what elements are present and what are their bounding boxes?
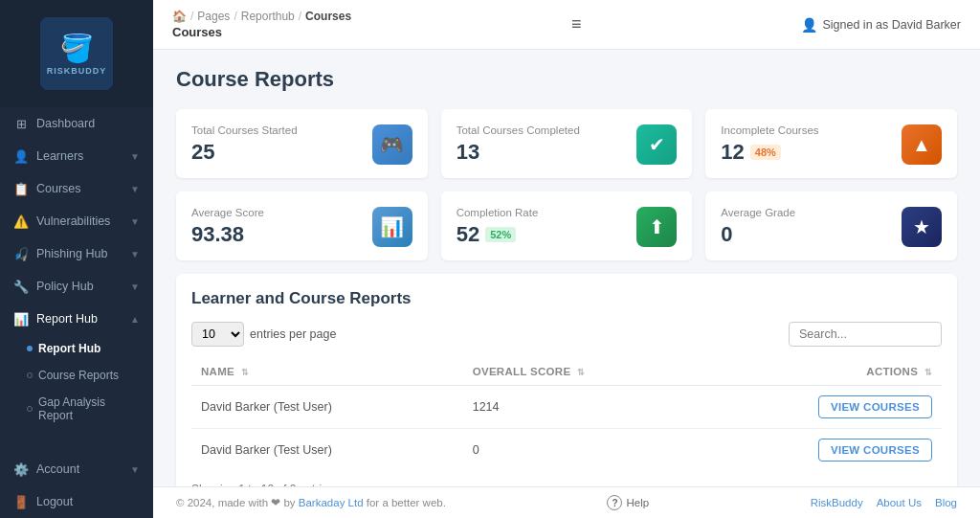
sidebar-item-vulnerabilities[interactable]: ⚠️ Vulnerabilities ▼ bbox=[0, 205, 153, 237]
sidebar-item-policy[interactable]: 🔧 Policy Hub ▼ bbox=[0, 270, 153, 303]
breadcrumb-reporthub[interactable]: Reporthub bbox=[241, 10, 295, 23]
stat-card-total-completed: Total Courses Completed 13 ✔ bbox=[441, 109, 693, 178]
sidebar-label-reporthub: Report Hub bbox=[36, 312, 122, 326]
col-header-actions: ACTIONS ⇅ bbox=[701, 358, 942, 386]
logout-icon: 🚪 bbox=[13, 494, 29, 509]
stat-card-completion-rate: Completion Rate 52 52% ⬆ bbox=[441, 191, 693, 260]
sub-label-gap-analysis: Gap Analysis Report bbox=[38, 395, 140, 422]
logo-text: RISKBUDDY bbox=[47, 66, 107, 76]
cell-actions: VIEW COURSES bbox=[701, 386, 942, 429]
account-icon: ⚙️ bbox=[13, 462, 29, 477]
chevron-down-icon: ▼ bbox=[130, 216, 140, 227]
stat-icon-avg-grade: ★ bbox=[902, 207, 942, 247]
stat-value-avg-grade: 0 bbox=[721, 222, 795, 247]
stat-icon-avg-score: 📊 bbox=[372, 207, 412, 247]
stat-label-incomplete: Incomplete Courses bbox=[721, 124, 818, 136]
courses-icon: 📋 bbox=[13, 181, 29, 196]
sidebar-label-vulnerabilities: Vulnerabilities bbox=[36, 214, 122, 228]
search-input[interactable] bbox=[789, 322, 942, 347]
sidebar-item-phishing[interactable]: 🎣 Phishing Hub ▼ bbox=[0, 237, 153, 270]
content-area: Course Reports Total Courses Started 25 … bbox=[153, 50, 980, 486]
footer: © 2024, made with ❤ by Barkaday Ltd for … bbox=[153, 486, 980, 518]
footer-link-riskbuddy[interactable]: RiskBuddy bbox=[811, 497, 863, 508]
sort-icon[interactable]: ⇅ bbox=[241, 368, 249, 377]
breadcrumb: 🏠 / Pages / Reporthub / Courses bbox=[172, 10, 351, 23]
help-button[interactable]: ? Help bbox=[607, 495, 649, 510]
help-label: Help bbox=[626, 497, 649, 508]
chevron-down-icon: ▼ bbox=[130, 184, 140, 194]
footer-links: RiskBuddy About Us Blog bbox=[811, 497, 957, 508]
stat-badge-completion: 52% bbox=[485, 227, 516, 242]
user-icon: 👤 bbox=[801, 17, 817, 33]
view-courses-button[interactable]: VIEW COURSES bbox=[818, 439, 932, 462]
sidebar-item-learners[interactable]: 👤 Learners ▼ bbox=[0, 140, 153, 172]
footer-link-about[interactable]: About Us bbox=[877, 497, 922, 508]
chevron-down-icon: ▼ bbox=[130, 282, 140, 292]
breadcrumb-pages[interactable]: Pages bbox=[197, 10, 230, 23]
user-label: Signed in as David Barker bbox=[822, 18, 961, 32]
help-icon: ? bbox=[607, 495, 622, 510]
stat-value-incomplete: 12 48% bbox=[721, 140, 818, 165]
stat-label-completion-rate: Completion Rate bbox=[457, 207, 539, 218]
learner-courses-table: NAME ⇅ OVERALL SCORE ⇅ ACTIONS ⇅ bbox=[191, 358, 942, 471]
sidebar-subitem-report-hub[interactable]: Report Hub bbox=[0, 335, 153, 362]
sidebar-item-dashboard[interactable]: ⊞ Dashboard bbox=[0, 107, 153, 140]
logo-icon: 🪣 bbox=[60, 33, 94, 64]
home-icon: 🏠 bbox=[172, 10, 187, 23]
stat-badge-incomplete: 48% bbox=[750, 145, 781, 160]
phishing-icon: 🎣 bbox=[13, 246, 29, 261]
topbar: 🏠 / Pages / Reporthub / Courses Courses … bbox=[153, 0, 980, 50]
footer-company-link[interactable]: Barkaday Ltd bbox=[299, 497, 364, 508]
stat-label-started: Total Courses Started bbox=[191, 124, 298, 136]
sidebar: 🪣 RISKBUDDY ⊞ Dashboard 👤 Learners ▼ 📋 C… bbox=[0, 0, 153, 518]
cell-name: David Barker (Test User) bbox=[191, 386, 463, 429]
view-courses-button[interactable]: VIEW COURSES bbox=[818, 395, 932, 418]
cell-score: 0 bbox=[463, 429, 702, 472]
chevron-down-icon: ▼ bbox=[130, 151, 140, 162]
footer-link-blog[interactable]: Blog bbox=[935, 497, 957, 508]
sub-label-report-hub: Report Hub bbox=[38, 342, 100, 355]
user-info: 👤 Signed in as David Barker bbox=[801, 17, 961, 33]
logo-area: 🪣 RISKBUDDY bbox=[0, 0, 153, 107]
sidebar-item-courses[interactable]: 📋 Courses ▼ bbox=[0, 172, 153, 205]
topbar-left: 🏠 / Pages / Reporthub / Courses Courses bbox=[172, 10, 351, 39]
table-section: Learner and Course Reports 10 25 50 100 … bbox=[176, 274, 957, 486]
col-header-name: NAME ⇅ bbox=[191, 358, 463, 386]
sidebar-item-account[interactable]: ⚙️ Account ▼ bbox=[0, 453, 153, 485]
page-title: Course Reports bbox=[176, 67, 957, 92]
stat-card-total-started: Total Courses Started 25 🎮 bbox=[176, 109, 428, 178]
sidebar-label-dashboard: Dashboard bbox=[36, 117, 140, 130]
sidebar-subitem-gap-analysis[interactable]: Gap Analysis Report bbox=[0, 389, 153, 429]
entries-per-page-select[interactable]: 10 25 50 100 bbox=[191, 322, 244, 347]
table-row: David Barker (Test User) 0 VIEW COURSES bbox=[191, 429, 942, 472]
stats-row-1: Total Courses Started 25 🎮 Total Courses… bbox=[176, 109, 957, 178]
hamburger-button[interactable]: ≡ bbox=[571, 14, 582, 34]
stat-icon-completion-rate: ⬆ bbox=[636, 207, 677, 247]
stat-card-avg-grade: Average Grade 0 ★ bbox=[705, 191, 957, 260]
stat-value-started: 25 bbox=[191, 140, 298, 165]
sort-icon[interactable]: ⇅ bbox=[577, 368, 585, 377]
cell-score: 1214 bbox=[463, 386, 702, 429]
stat-value-completed: 13 bbox=[457, 140, 580, 165]
policy-icon: 🔧 bbox=[13, 279, 29, 294]
chevron-up-icon: ▲ bbox=[130, 314, 140, 325]
stat-card-avg-score: Average Score 93.38 📊 bbox=[176, 191, 428, 260]
sort-icon[interactable]: ⇅ bbox=[924, 368, 932, 377]
col-header-score: OVERALL SCORE ⇅ bbox=[463, 358, 702, 386]
sidebar-item-reporthub[interactable]: 📊 Report Hub ▲ bbox=[0, 303, 153, 335]
chevron-down-icon: ▼ bbox=[130, 464, 140, 475]
page-heading: Courses bbox=[172, 25, 351, 39]
vulnerabilities-icon: ⚠️ bbox=[13, 214, 29, 229]
stat-label-avg-grade: Average Grade bbox=[721, 207, 795, 218]
table-controls: 10 25 50 100 entries per page bbox=[191, 322, 942, 347]
sidebar-subitem-course-reports[interactable]: Course Reports bbox=[0, 362, 153, 389]
stat-value-completion-rate: 52 52% bbox=[457, 222, 539, 247]
stat-icon-completed: ✔ bbox=[636, 124, 677, 165]
table-row: David Barker (Test User) 1214 VIEW COURS… bbox=[191, 386, 942, 429]
reporthub-icon: 📊 bbox=[13, 311, 29, 327]
sidebar-item-logout[interactable]: 🚪 Logout bbox=[0, 485, 153, 518]
stat-icon-incomplete: ▲ bbox=[902, 124, 942, 165]
inactive-dot bbox=[27, 406, 33, 412]
stat-label-completed: Total Courses Completed bbox=[457, 124, 580, 136]
chevron-down-icon: ▼ bbox=[130, 249, 140, 259]
